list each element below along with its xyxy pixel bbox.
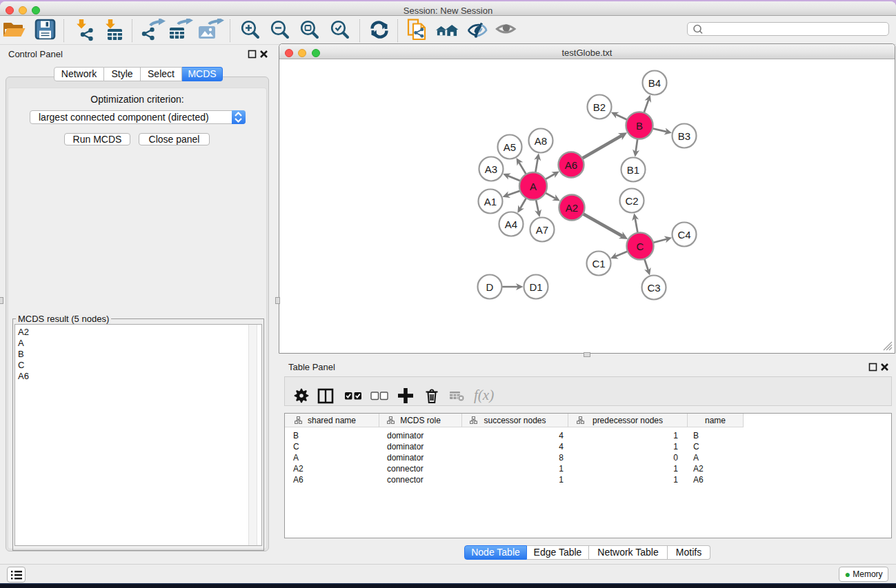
svg-text:C4: C4 — [677, 229, 690, 241]
svg-text:A3: A3 — [485, 163, 497, 175]
svg-text:A6: A6 — [565, 159, 577, 171]
svg-text:B1: B1 — [627, 164, 639, 176]
svg-text:B: B — [636, 120, 643, 132]
svg-text:A8: A8 — [535, 135, 547, 147]
svg-text:B3: B3 — [678, 130, 690, 142]
svg-text:A5: A5 — [504, 141, 516, 153]
svg-text:B4: B4 — [648, 77, 661, 89]
svg-text:B2: B2 — [593, 101, 606, 113]
svg-text:A1: A1 — [484, 196, 497, 207]
svg-text:C3: C3 — [647, 282, 660, 294]
svg-text:C: C — [637, 241, 644, 252]
svg-text:C2: C2 — [625, 195, 638, 207]
svg-text:D: D — [486, 281, 494, 293]
svg-text:D1: D1 — [529, 281, 542, 293]
svg-text:A: A — [530, 181, 537, 192]
svg-text:A4: A4 — [505, 219, 517, 230]
svg-text:A2: A2 — [566, 202, 578, 214]
svg-text:C1: C1 — [592, 258, 605, 270]
svg-text:A7: A7 — [536, 224, 548, 236]
